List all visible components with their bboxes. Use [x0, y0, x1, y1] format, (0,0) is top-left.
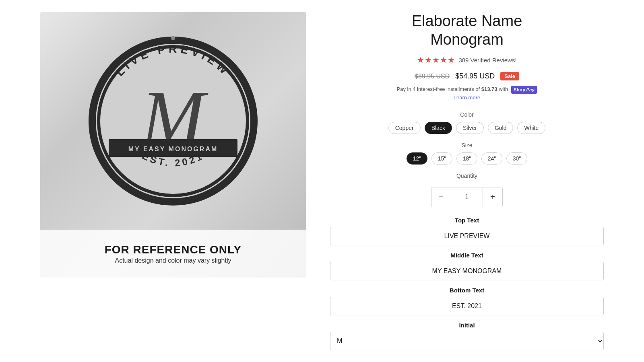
top-text-input[interactable] [330, 227, 604, 245]
size-options: 12" 15" 18" 24" 30" [330, 152, 604, 165]
reference-text-area: FOR REFERENCE ONLY Actual design and col… [40, 230, 306, 278]
size-label: Size [330, 142, 604, 148]
reference-subtitle: Actual design and color may vary slightl… [115, 257, 231, 264]
product-title: Elaborate Name Monogram [330, 12, 604, 49]
product-image: LIVE PREVIEW M MY EASY MONOGRAM EST. 202… [40, 12, 306, 278]
middle-text-input[interactable] [330, 262, 604, 280]
original-price: $89.95 USD [415, 73, 450, 80]
quantity-controls: − 1 + [431, 187, 503, 207]
product-info: Elaborate Name Monogram ★★★★★ 389 Verifi… [330, 12, 604, 362]
size-section: Size 12" 15" 18" 24" 30" [330, 142, 604, 173]
sale-badge: Sale [500, 72, 519, 80]
middle-text-section: Middle Text [330, 252, 604, 280]
color-gold[interactable]: Gold [488, 122, 514, 134]
price-row: $89.95 USD $54.95 USD Sale [330, 72, 604, 80]
hanging-hole [171, 36, 175, 40]
quantity-section: Quantity − 1 + [330, 173, 604, 207]
monogram-area: LIVE PREVIEW M MY EASY MONOGRAM EST. 202… [40, 12, 306, 230]
image-section: LIVE PREVIEW M MY EASY MONOGRAM EST. 202… [40, 12, 306, 278]
star-rating: ★★★★★ [417, 55, 455, 65]
size-24[interactable]: 24" [481, 152, 502, 165]
size-12[interactable]: 12" [407, 152, 427, 165]
quantity-decrease-button[interactable]: − [431, 187, 451, 207]
top-text-label: Top Text [330, 217, 604, 224]
page-layout: LIVE PREVIEW M MY EASY MONOGRAM EST. 202… [40, 8, 604, 362]
size-30[interactable]: 30" [506, 152, 527, 165]
initial-select[interactable]: A B C D E F G H I J K L M N O P Q R S T [330, 332, 604, 350]
shop-pay-row: Pay in 4 interest-free installments of $… [330, 85, 604, 101]
svg-text:MY EASY MONOGRAM: MY EASY MONOGRAM [128, 146, 218, 152]
color-silver[interactable]: Silver [456, 122, 484, 134]
learn-more-link[interactable]: Learn more [454, 95, 480, 101]
shopify-badge: ShopPay [511, 86, 537, 94]
color-black[interactable]: Black [425, 122, 452, 134]
quantity-value: 1 [451, 187, 483, 207]
size-18[interactable]: 18" [456, 152, 477, 165]
middle-text-label: Middle Text [330, 252, 604, 259]
monogram-svg: LIVE PREVIEW M MY EASY MONOGRAM EST. 202… [76, 25, 270, 218]
bottom-text-label: Bottom Text [330, 287, 604, 294]
reference-title: FOR REFERENCE ONLY [105, 243, 242, 256]
initial-label: Initial [330, 322, 604, 329]
reviews-row: ★★★★★ 389 Verified Reviews! [330, 55, 604, 65]
color-copper[interactable]: Copper [388, 122, 421, 134]
review-count: 389 Verified Reviews! [458, 57, 516, 64]
color-options: Copper Black Silver Gold White [330, 122, 604, 134]
bottom-text-section: Bottom Text [330, 287, 604, 315]
top-text-section: Top Text [330, 217, 604, 245]
color-label: Color [330, 111, 604, 118]
quantity-label: Quantity [456, 173, 477, 179]
quantity-increase-button[interactable]: + [483, 187, 502, 207]
size-15[interactable]: 15" [431, 152, 452, 165]
color-white[interactable]: White [517, 122, 545, 134]
sale-price: $54.95 USD [455, 72, 495, 80]
initial-section: Initial A B C D E F G H I J K L M N O P … [330, 322, 604, 350]
color-section: Color Copper Black Silver Gold White [330, 111, 604, 142]
bottom-text-input[interactable] [330, 297, 604, 315]
